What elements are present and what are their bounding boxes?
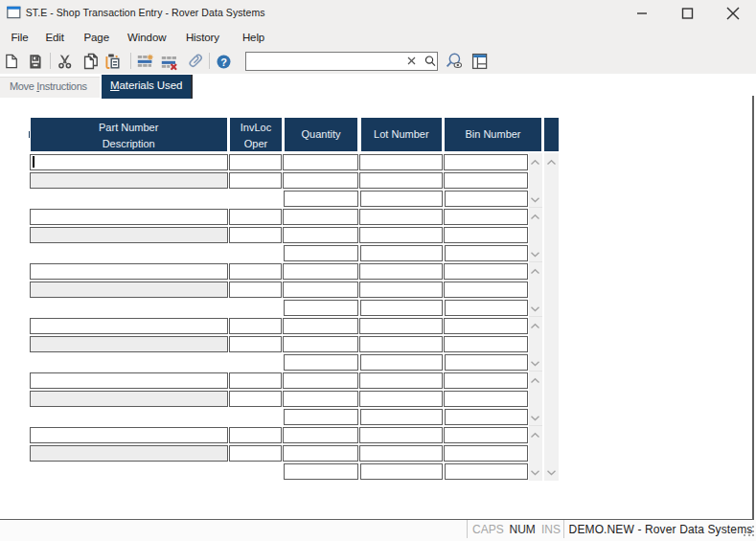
svg-text:?: ?	[220, 56, 227, 68]
